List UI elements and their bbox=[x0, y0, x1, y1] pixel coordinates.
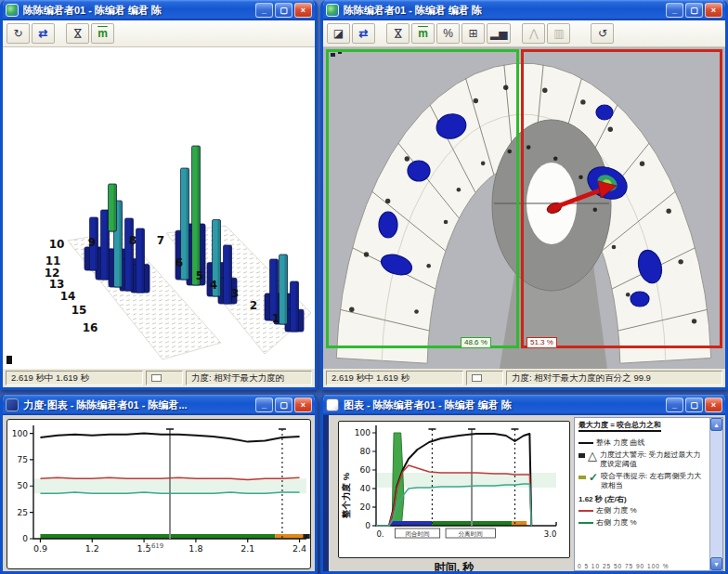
force-time-zoom-chart: 02550751000.91.21.51.82.12.41.619 bbox=[7, 420, 311, 568]
arch-canvas[interactable]: 48.6 % 51.3 % bbox=[323, 47, 725, 369]
svg-text:3: 3 bbox=[231, 287, 239, 300]
graph-full-body: 0204060801000.3.0闭合时间分离时间 整个力度 % 时间, 秒 最… bbox=[323, 415, 725, 571]
time-mode-button[interactable]: ⋈ bbox=[386, 23, 410, 44]
svg-text:60: 60 bbox=[360, 465, 371, 475]
app-icon bbox=[326, 4, 339, 17]
force-3d-chart: 12345678910111213141516 bbox=[3, 47, 315, 369]
svg-text:分离时间: 分离时间 bbox=[459, 530, 483, 538]
window-graph-zoom: 力度·图表 - 陈陈编君者01 - 陈编君... _ ▢ × 025507510… bbox=[0, 395, 318, 574]
titlebar-arch[interactable]: 陈陈编君者01 - 陈编君 编君 陈 _ ▢ × bbox=[323, 0, 725, 20]
close-button[interactable]: × bbox=[705, 398, 722, 412]
minimize-button[interactable]: _ bbox=[255, 3, 273, 18]
y-axis-label: 整个力度 % bbox=[341, 473, 353, 518]
view-2d3d-button[interactable]: ◪ bbox=[327, 23, 350, 44]
svg-text:75: 75 bbox=[18, 455, 28, 464]
histogram-icon: ▂▅ bbox=[490, 27, 507, 40]
svg-text:15: 15 bbox=[72, 304, 87, 317]
svg-text:1: 1 bbox=[272, 312, 280, 325]
time-mode-button[interactable]: ⋈ bbox=[66, 23, 89, 44]
movie-mode-button[interactable]: m bbox=[91, 23, 114, 44]
maximize-button[interactable]: ▢ bbox=[685, 3, 703, 18]
svg-text:3.0: 3.0 bbox=[544, 529, 557, 539]
svg-text:1.8: 1.8 bbox=[188, 543, 202, 554]
toolbar-3d: ↻ ⇄ ⋈ m bbox=[3, 20, 315, 47]
mode-icon bbox=[151, 374, 162, 382]
swap-view-button[interactable]: ⇄ bbox=[352, 23, 375, 44]
svg-text:0.: 0. bbox=[376, 529, 384, 539]
window-arch-view: 陈陈编君者01 - 陈编君 编君 陈 _ ▢ × ◪ ⇄ ⋈ m % ⊞ ▂▅ … bbox=[320, 0, 728, 390]
legend-item-right[interactable]: 右侧 力度 % bbox=[578, 518, 707, 528]
maximize-button[interactable]: ▢ bbox=[275, 398, 292, 412]
graph-full-frame[interactable]: 0204060801000.3.0闭合时间分离时间 整个力度 % bbox=[338, 421, 570, 558]
green-line-swatch bbox=[578, 522, 593, 524]
toolbar-arch: ◪ ⇄ ⋈ m % ⊞ ▂▅ ⋀ ▥ ↺ bbox=[323, 20, 725, 47]
graph-zoom-frame[interactable]: 02550751000.91.21.51.82.12.41.619 bbox=[6, 419, 311, 569]
legend-panel: 最大力度 = 咬合总力之和 整体 力度 曲线 △ 力度过大警示: 受力超过最大力… bbox=[574, 417, 723, 571]
scroll-down-icon[interactable]: ▼ bbox=[710, 557, 722, 570]
view-icon: ◪ bbox=[333, 27, 344, 40]
legend-item-left[interactable]: 左侧 力度 % bbox=[578, 506, 707, 515]
percent-button[interactable]: % bbox=[436, 23, 460, 44]
legend-item-total[interactable]: 整体 力度 曲线 bbox=[578, 438, 707, 448]
x-axis-label: 时间, 秒 bbox=[338, 560, 570, 574]
svg-text:2.1: 2.1 bbox=[240, 543, 254, 554]
window-3d-force: 陈陈编君者01 - 陈编君 编君 陈 _ ▢ × ↻ ⇄ ⋈ m 1234567… bbox=[0, 0, 318, 390]
minimize-button[interactable]: _ bbox=[255, 398, 273, 412]
graph-button[interactable]: ▂▅ bbox=[487, 23, 511, 44]
desktop: 陈陈编君者01 - 陈编君 编君 陈 _ ▢ × ↻ ⇄ ⋈ m 1234567… bbox=[0, 0, 728, 574]
right-half-selection-box[interactable] bbox=[521, 49, 722, 348]
titlebar-graph-full[interactable]: 图表 - 陈陈编君者01 - 陈编君 编君 陈 _ ▢ × bbox=[323, 395, 725, 415]
svg-text:1.619: 1.619 bbox=[145, 542, 163, 550]
svg-text:2.4: 2.4 bbox=[292, 543, 306, 554]
legend-item-balance[interactable]: ✓ 咬合平衡提示: 左右两侧受力大致相当 bbox=[578, 472, 707, 489]
svg-text:11: 11 bbox=[46, 254, 61, 267]
titlebar-graph-zoom[interactable]: 力度·图表 - 陈陈编君者01 - 陈编君... _ ▢ × bbox=[3, 395, 315, 415]
svg-text:14: 14 bbox=[60, 290, 76, 303]
left-half-selection-box[interactable] bbox=[326, 49, 519, 348]
svg-text:13: 13 bbox=[49, 278, 65, 291]
svg-text:0: 0 bbox=[22, 534, 28, 543]
table-grid-icon: ⊞ bbox=[468, 27, 477, 40]
percent-icon: % bbox=[443, 27, 453, 40]
scroll-up-icon[interactable]: ▲ bbox=[710, 418, 722, 431]
minimize-button[interactable]: _ bbox=[666, 3, 683, 18]
warning-triangle-icon: △ bbox=[588, 450, 597, 462]
svg-text:2: 2 bbox=[250, 299, 257, 312]
swap-view-button[interactable]: ⇄ bbox=[32, 23, 55, 44]
window-title: 陈陈编君者01 - 陈编君 编君 陈 bbox=[344, 4, 664, 18]
pause-button[interactable]: ⋀ bbox=[522, 23, 545, 44]
close-button[interactable]: × bbox=[294, 3, 312, 18]
film-button[interactable]: ▥ bbox=[547, 23, 570, 44]
maximize-button[interactable]: ▢ bbox=[685, 398, 703, 412]
svg-text:4: 4 bbox=[210, 279, 217, 292]
close-button[interactable]: × bbox=[705, 3, 722, 18]
statusbar-arch: 2.619 秒中 1.619 秒 力度: 相对于最大力度的百分之 99.9 bbox=[323, 369, 725, 387]
rotate-icon: ↺ bbox=[598, 27, 607, 40]
left-force-percent-label: 48.6 % bbox=[461, 337, 491, 348]
svg-text:0: 0 bbox=[365, 521, 370, 530]
svg-text:40: 40 bbox=[360, 484, 371, 493]
rotate-arch-button[interactable]: ↺ bbox=[591, 23, 614, 44]
checkmark-icon: ✓ bbox=[589, 472, 598, 483]
swap-arrows-icon: ⇄ bbox=[358, 27, 368, 40]
window-graph-full: 图表 - 陈陈编君者01 - 陈编君 编君 陈 _ ▢ × 0204060801… bbox=[320, 395, 728, 574]
maximize-button[interactable]: ▢ bbox=[275, 3, 292, 18]
force-time-full-chart: 0204060801000.3.0闭合时间分离时间 bbox=[339, 422, 569, 557]
graph-full-column: 0204060801000.3.0闭合时间分离时间 整个力度 % 时间, 秒 bbox=[329, 415, 574, 571]
legend-scale-footer: 0 5 10 25 50 75 90 100 % bbox=[578, 563, 669, 569]
svg-text:100: 100 bbox=[12, 429, 28, 438]
rotate-button[interactable]: ↻ bbox=[6, 23, 30, 44]
force-3d-canvas[interactable]: 12345678910111213141516 bbox=[3, 47, 315, 369]
close-button[interactable]: × bbox=[294, 398, 312, 412]
black-line-swatch bbox=[578, 442, 593, 444]
mode-icon bbox=[472, 374, 482, 382]
movie-mode-button[interactable]: m bbox=[411, 23, 435, 44]
window-title: 陈陈编君者01 - 陈编君 编君 陈 bbox=[23, 4, 254, 18]
legend-item-warning[interactable]: △ 力度过大警示: 受力超过最大力度设定阈值 bbox=[578, 450, 707, 468]
table-button[interactable]: ⊞ bbox=[462, 23, 485, 44]
legend-scrollbar[interactable]: ▲ ▼ bbox=[709, 418, 722, 570]
minimize-button[interactable]: _ bbox=[666, 398, 683, 412]
titlebar-3d[interactable]: 陈陈编君者01 - 陈编君 编君 陈 _ ▢ × bbox=[3, 0, 315, 20]
movie-icon: m bbox=[98, 27, 108, 40]
window-title: 图表 - 陈陈编君者01 - 陈编君 编君 陈 bbox=[344, 398, 664, 412]
